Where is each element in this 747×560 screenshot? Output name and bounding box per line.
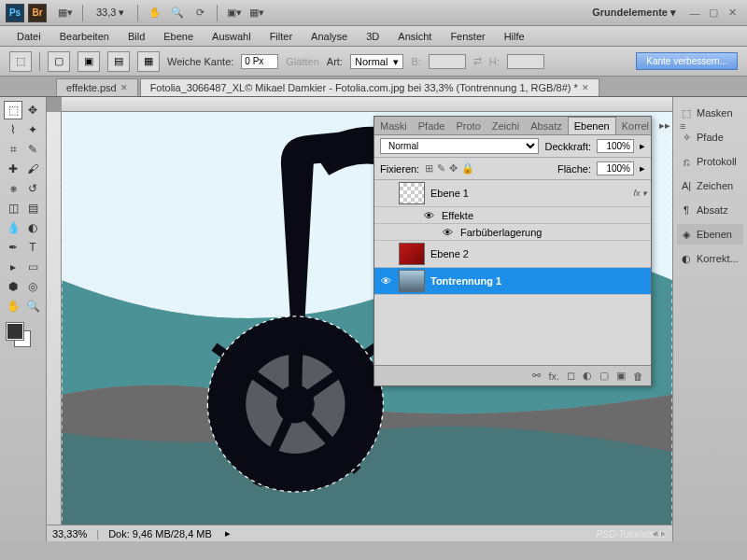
menu-bild[interactable]: Bild [119, 31, 154, 42]
brush-tool[interactable]: 🖌 [23, 160, 42, 178]
menu-analyse[interactable]: Analyse [302, 31, 357, 42]
panel-menu-icon[interactable]: ≡ [675, 120, 690, 132]
minimize-button[interactable]: — [688, 7, 701, 20]
layer-fx-icon[interactable]: fx. [548, 371, 559, 382]
menu-auswahl[interactable]: Auswahl [203, 31, 261, 42]
layer-name[interactable]: Tontrennung 1 [430, 275, 501, 287]
3d-camera-tool[interactable]: ◎ [23, 277, 42, 296]
panel-tab-ebenen[interactable]: Ebenen [568, 117, 616, 134]
eyedropper-tool[interactable]: ✎ [23, 140, 42, 159]
panel-tab-maski[interactable]: Maski [374, 117, 413, 134]
hand-tool[interactable]: ✋ [4, 297, 22, 315]
dodge-tool[interactable]: ◐ [23, 218, 42, 237]
layer-mask-icon[interactable]: ◻ [567, 370, 575, 382]
close-button[interactable]: ✕ [726, 7, 739, 20]
tab-close-icon[interactable]: ✕ [120, 83, 128, 92]
layer-row[interactable]: 👁Farbüberlagerung [374, 224, 651, 241]
dock-history[interactable]: ⎌Protokoll [677, 151, 743, 172]
shape-tool[interactable]: ▭ [23, 258, 42, 276]
document-tab[interactable]: effekte.psd✕ [56, 78, 138, 96]
lock-position-icon[interactable]: ✥ [449, 162, 458, 175]
layer-thumbnail[interactable] [399, 182, 425, 204]
dock-layers[interactable]: ◈Ebenen [677, 224, 743, 245]
menu-filter[interactable]: Filter [261, 31, 302, 42]
move-tool[interactable]: ✥ [23, 101, 42, 119]
screen-mode-icon[interactable]: ▣▾ [225, 4, 244, 22]
panel-tab-zeichi[interactable]: Zeichi [486, 117, 525, 134]
layout-dropdown-icon[interactable]: ▦▾ [56, 4, 75, 22]
panel-collapse-icon[interactable]: ▸▸ [655, 119, 675, 132]
visibility-toggle[interactable]: 👁 [378, 275, 393, 287]
menu-bearbeiten[interactable]: Bearbeiten [50, 31, 119, 42]
selection-new-icon[interactable]: ▢ [48, 51, 70, 72]
rotate-icon[interactable]: ⟳ [190, 4, 209, 22]
layer-group-icon[interactable]: ▢ [599, 370, 609, 382]
layer-row[interactable]: 👁Effekte [374, 207, 651, 224]
status-doc-size[interactable]: Dok: 9,46 MB/28,4 MB [108, 528, 212, 539]
heal-tool[interactable]: ✚ [4, 160, 22, 178]
dock-paragraph[interactable]: ¶Absatz [677, 200, 743, 220]
layer-row[interactable]: Ebene 1fx ▾ [374, 180, 651, 207]
workspace-selector[interactable]: Grundelemente ▾ [583, 7, 685, 19]
maximize-button[interactable]: ▢ [707, 7, 720, 20]
delete-layer-icon[interactable]: 🗑 [633, 371, 643, 382]
color-swatches[interactable] [4, 323, 42, 351]
bridge-icon[interactable]: Br [28, 4, 47, 22]
dock-character[interactable]: A|Zeichen [677, 175, 743, 196]
path-select-tool[interactable]: ▸ [4, 258, 22, 276]
blur-tool[interactable]: 💧 [4, 218, 22, 237]
menu-3d[interactable]: 3D [357, 31, 388, 42]
panel-tab-absatz[interactable]: Absatz [525, 117, 568, 134]
zoom-level[interactable]: 33,3 ▾ [89, 7, 132, 19]
layer-thumbnail[interactable] [399, 243, 425, 265]
pen-tool[interactable]: ✒ [4, 238, 22, 257]
hand-icon[interactable]: ✋ [146, 4, 164, 22]
stamp-tool[interactable]: ⎈ [4, 179, 22, 198]
type-tool[interactable]: T [23, 238, 42, 257]
layer-name[interactable]: Ebene 1 [430, 188, 469, 199]
layer-name[interactable]: Farbüberlagerung [460, 227, 542, 238]
marquee-tool-preset[interactable]: ⬚ [9, 51, 32, 72]
layer-thumbnail[interactable] [399, 270, 425, 292]
link-layers-icon[interactable]: ⚯ [532, 370, 541, 382]
eraser-tool[interactable]: ◫ [4, 199, 22, 217]
selection-add-icon[interactable]: ▣ [78, 51, 100, 72]
lock-pixels-icon[interactable]: ✎ [437, 162, 445, 175]
new-layer-icon[interactable]: ▣ [616, 370, 626, 382]
zoom-tool[interactable]: 🔍 [23, 297, 42, 315]
magnify-icon[interactable]: 🔍 [168, 4, 187, 22]
menu-ansicht[interactable]: Ansicht [388, 31, 441, 42]
lasso-tool[interactable]: ⌇ [4, 120, 22, 139]
layer-name[interactable]: Ebene 2 [430, 248, 469, 259]
blend-mode-select[interactable]: Normal [380, 138, 539, 154]
layer-row[interactable]: Ebene 2 [374, 241, 651, 268]
crop-tool[interactable]: ⌗ [4, 140, 22, 159]
foreground-color-swatch[interactable] [7, 323, 23, 340]
wand-tool[interactable]: ✦ [23, 120, 42, 139]
fill-flyout-icon[interactable]: ▸ [640, 162, 645, 175]
menu-hilfe[interactable]: Hilfe [495, 31, 534, 42]
3d-tool[interactable]: ⬢ [4, 277, 22, 296]
lock-all-icon[interactable]: 🔒 [461, 162, 474, 175]
lock-transparency-icon[interactable]: ⊞ [425, 162, 433, 175]
visibility-toggle[interactable]: 👁 [421, 210, 436, 221]
style-select[interactable]: Normal ▾ [350, 54, 403, 69]
tab-close-icon[interactable]: ✕ [582, 83, 589, 92]
dock-adjust[interactable]: ◐Korrekt... [677, 248, 743, 269]
gradient-tool[interactable]: ▤ [23, 199, 42, 217]
menu-datei[interactable]: Datei [7, 31, 50, 42]
refine-edge-button[interactable]: Kante verbessern... [636, 52, 738, 70]
status-zoom[interactable]: 33,33% [52, 528, 87, 539]
marquee-tool[interactable]: ⬚ [4, 101, 22, 119]
panel-tab-korrel[interactable]: Korrel [616, 117, 655, 134]
opacity-flyout-icon[interactable]: ▸ [640, 140, 645, 152]
adjustment-layer-icon[interactable]: ◐ [583, 370, 592, 382]
menu-fenster[interactable]: Fenster [441, 31, 494, 42]
history-brush-tool[interactable]: ↺ [23, 179, 42, 198]
opacity-input[interactable] [597, 139, 634, 153]
selection-subtract-icon[interactable]: ▤ [107, 51, 130, 72]
extras-icon[interactable]: ▦▾ [247, 4, 266, 22]
panel-tab-pfade[interactable]: Pfade [413, 117, 451, 134]
layer-name[interactable]: Effekte [442, 210, 473, 221]
feather-input[interactable] [241, 54, 278, 69]
